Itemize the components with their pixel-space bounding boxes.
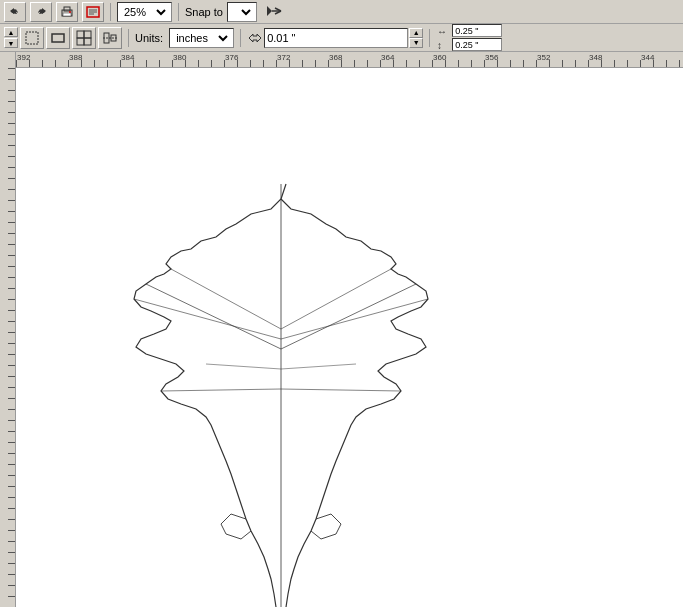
snap-select[interactable]: [227, 2, 257, 22]
print-button[interactable]: [56, 2, 78, 22]
snap-label: Snap to: [185, 6, 223, 18]
svg-point-3: [69, 11, 71, 13]
svg-rect-12: [26, 32, 38, 44]
svg-line-25: [171, 269, 281, 329]
step-input[interactable]: [267, 32, 405, 44]
align-button[interactable]: [98, 27, 122, 49]
divider1: [110, 3, 111, 21]
ruler-area: 3923883843803763723683643603563523483443…: [0, 52, 683, 68]
rectangle-button[interactable]: [46, 27, 70, 49]
svg-line-28: [281, 269, 391, 329]
divider4: [240, 29, 241, 47]
divider2: [178, 3, 179, 21]
preview-button[interactable]: [82, 2, 104, 22]
select-button[interactable]: [20, 27, 44, 49]
coord-x-icon: ↔: [436, 25, 450, 37]
ruler-top: 3923883843803763723683643603563523483443…: [16, 52, 683, 67]
svg-rect-2: [63, 13, 71, 16]
svg-line-24: [146, 284, 281, 349]
coord-y-row: ↕: [436, 38, 502, 51]
step-group: ▲ ▼: [247, 28, 423, 48]
svg-text:↕: ↕: [437, 40, 442, 51]
group-button[interactable]: [72, 27, 96, 49]
toolbar-row2: ▲ ▼: [0, 24, 683, 52]
step-icon: [247, 30, 263, 46]
svg-rect-17: [84, 31, 91, 38]
svg-line-27: [281, 284, 416, 349]
svg-rect-13: [52, 34, 64, 42]
divider3: [128, 29, 129, 47]
toolbar-row1: 25% 10% 50% 75% 100% Snap to: [0, 0, 683, 24]
svg-text:↔: ↔: [437, 26, 447, 37]
coord-y-icon: ↕: [436, 39, 450, 51]
zoom-select-input[interactable]: 25% 10% 50% 75% 100%: [120, 5, 169, 19]
svg-rect-16: [77, 38, 84, 45]
up-arrow-button[interactable]: ▲: [4, 27, 18, 37]
undo-button[interactable]: [4, 2, 26, 22]
svg-line-31: [281, 389, 401, 391]
units-label: Units:: [135, 32, 163, 44]
main-content: 3923883843803763723683643603563523483443…: [0, 52, 683, 607]
svg-line-30: [161, 389, 281, 391]
step-input-box[interactable]: [264, 28, 408, 48]
divider5: [429, 29, 430, 47]
updown-arrows: ▲ ▼: [4, 27, 18, 48]
step-down-button[interactable]: ▼: [409, 38, 423, 48]
snap-arrow-icon: [265, 4, 283, 20]
coord-y-input[interactable]: [452, 38, 502, 51]
zoom-select[interactable]: 25% 10% 50% 75% 100%: [117, 2, 172, 22]
ruler-corner: [0, 52, 16, 68]
down-arrow-button[interactable]: ▼: [4, 38, 18, 48]
svg-marker-8: [267, 6, 272, 16]
snap-select-input[interactable]: [230, 5, 254, 19]
svg-rect-14: [77, 31, 84, 38]
step-up-button[interactable]: ▲: [409, 28, 423, 38]
leaf-drawing: [16, 68, 683, 607]
ruler-left: [0, 68, 16, 607]
canvas-area: [0, 68, 683, 607]
drawing-canvas[interactable]: [16, 68, 683, 607]
redo-button[interactable]: [30, 2, 52, 22]
coord-group: ↔ ↕: [436, 24, 502, 51]
step-spinners: ▲ ▼: [409, 28, 423, 48]
units-select-input[interactable]: inches mm cm feet: [172, 31, 231, 45]
units-select[interactable]: inches mm cm feet: [169, 28, 234, 48]
coord-x-row: ↔: [436, 24, 502, 37]
coord-x-input[interactable]: [452, 24, 502, 37]
svg-rect-15: [84, 38, 91, 45]
